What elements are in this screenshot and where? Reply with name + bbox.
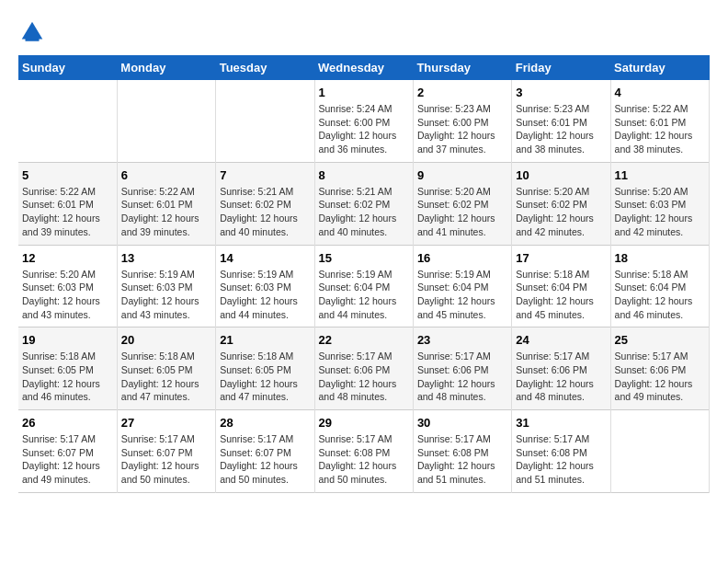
day-number: 25 xyxy=(615,333,705,347)
svg-marker-0 xyxy=(22,22,43,40)
day-number: 17 xyxy=(516,251,606,265)
calendar-cell: 7Sunrise: 5:21 AMSunset: 6:02 PMDaylight… xyxy=(216,162,314,245)
calendar-cell xyxy=(216,80,314,162)
day-number: 13 xyxy=(121,251,211,265)
day-info: Sunrise: 5:17 AMSunset: 6:06 PMDaylight:… xyxy=(417,350,507,404)
calendar-cell: 27Sunrise: 5:17 AMSunset: 6:07 PMDayligh… xyxy=(117,410,215,493)
header-tuesday: Tuesday xyxy=(216,55,314,80)
day-number: 7 xyxy=(220,168,310,182)
day-info: Sunrise: 5:17 AMSunset: 6:08 PMDaylight:… xyxy=(516,432,606,487)
calendar-cell: 31Sunrise: 5:17 AMSunset: 6:08 PMDayligh… xyxy=(512,410,610,493)
day-number: 26 xyxy=(22,416,113,430)
header-monday: Monday xyxy=(117,55,215,80)
logo-icon xyxy=(18,18,46,46)
day-info: Sunrise: 5:18 AMSunset: 6:04 PMDaylight:… xyxy=(516,268,606,322)
day-info: Sunrise: 5:20 AMSunset: 6:02 PMDaylight:… xyxy=(417,185,507,239)
day-number: 29 xyxy=(319,416,409,430)
day-info: Sunrise: 5:18 AMSunset: 6:05 PMDaylight:… xyxy=(22,350,113,404)
day-info: Sunrise: 5:22 AMSunset: 6:01 PMDaylight:… xyxy=(615,102,705,156)
day-number: 24 xyxy=(516,333,606,347)
calendar-cell: 18Sunrise: 5:18 AMSunset: 6:04 PMDayligh… xyxy=(610,245,709,327)
calendar-cell: 4Sunrise: 5:22 AMSunset: 6:01 PMDaylight… xyxy=(610,80,709,162)
calendar-table: SundayMondayTuesdayWednesdayThursdayFrid… xyxy=(18,55,710,493)
day-number: 31 xyxy=(516,416,606,430)
day-info: Sunrise: 5:17 AMSunset: 6:07 PMDaylight:… xyxy=(220,432,310,487)
calendar-cell: 2Sunrise: 5:23 AMSunset: 6:00 PMDaylight… xyxy=(413,80,511,162)
calendar-cell: 9Sunrise: 5:20 AMSunset: 6:02 PMDaylight… xyxy=(413,162,511,245)
header-wednesday: Wednesday xyxy=(314,55,413,80)
header-saturday: Saturday xyxy=(610,55,709,80)
day-info: Sunrise: 5:22 AMSunset: 6:01 PMDaylight:… xyxy=(121,185,211,239)
week-row-3: 12Sunrise: 5:20 AMSunset: 6:03 PMDayligh… xyxy=(18,245,710,327)
day-info: Sunrise: 5:20 AMSunset: 6:02 PMDaylight:… xyxy=(516,185,606,239)
day-number: 19 xyxy=(22,333,113,347)
day-number: 12 xyxy=(22,251,113,265)
day-number: 28 xyxy=(220,416,310,430)
day-info: Sunrise: 5:23 AMSunset: 6:00 PMDaylight:… xyxy=(417,102,507,156)
calendar-cell: 1Sunrise: 5:24 AMSunset: 6:00 PMDaylight… xyxy=(314,80,413,162)
header-area xyxy=(18,18,710,46)
day-number: 5 xyxy=(22,168,113,182)
day-info: Sunrise: 5:22 AMSunset: 6:01 PMDaylight:… xyxy=(22,185,113,239)
calendar-cell: 24Sunrise: 5:17 AMSunset: 6:06 PMDayligh… xyxy=(512,327,610,410)
calendar-cell: 5Sunrise: 5:22 AMSunset: 6:01 PMDaylight… xyxy=(18,162,117,245)
week-row-1: 1Sunrise: 5:24 AMSunset: 6:00 PMDaylight… xyxy=(18,80,710,162)
calendar-cell: 19Sunrise: 5:18 AMSunset: 6:05 PMDayligh… xyxy=(18,327,117,410)
week-row-2: 5Sunrise: 5:22 AMSunset: 6:01 PMDaylight… xyxy=(18,162,710,245)
calendar-cell: 16Sunrise: 5:19 AMSunset: 6:04 PMDayligh… xyxy=(413,245,511,327)
day-number: 30 xyxy=(417,416,507,430)
day-info: Sunrise: 5:20 AMSunset: 6:03 PMDaylight:… xyxy=(615,185,705,239)
calendar-cell: 6Sunrise: 5:22 AMSunset: 6:01 PMDaylight… xyxy=(117,162,215,245)
header-thursday: Thursday xyxy=(413,55,511,80)
day-number: 2 xyxy=(417,86,507,99)
day-info: Sunrise: 5:19 AMSunset: 6:04 PMDaylight:… xyxy=(319,268,409,322)
day-info: Sunrise: 5:21 AMSunset: 6:02 PMDaylight:… xyxy=(220,185,310,239)
calendar-cell: 8Sunrise: 5:21 AMSunset: 6:02 PMDaylight… xyxy=(314,162,413,245)
calendar-cell: 21Sunrise: 5:18 AMSunset: 6:05 PMDayligh… xyxy=(216,327,314,410)
calendar-cell: 26Sunrise: 5:17 AMSunset: 6:07 PMDayligh… xyxy=(18,410,117,493)
calendar-cell: 20Sunrise: 5:18 AMSunset: 6:05 PMDayligh… xyxy=(117,327,215,410)
day-info: Sunrise: 5:17 AMSunset: 6:08 PMDaylight:… xyxy=(319,432,409,487)
svg-rect-1 xyxy=(26,38,40,41)
day-info: Sunrise: 5:19 AMSunset: 6:03 PMDaylight:… xyxy=(121,268,211,322)
day-info: Sunrise: 5:17 AMSunset: 6:06 PMDaylight:… xyxy=(319,350,409,404)
day-info: Sunrise: 5:18 AMSunset: 6:05 PMDaylight:… xyxy=(220,350,310,404)
week-row-5: 26Sunrise: 5:17 AMSunset: 6:07 PMDayligh… xyxy=(18,410,710,493)
day-number: 16 xyxy=(417,251,507,265)
day-number: 18 xyxy=(615,251,705,265)
calendar-cell xyxy=(18,80,117,162)
day-number: 10 xyxy=(516,168,606,182)
day-number: 14 xyxy=(220,251,310,265)
day-info: Sunrise: 5:18 AMSunset: 6:04 PMDaylight:… xyxy=(615,268,705,322)
calendar-cell xyxy=(117,80,215,162)
day-number: 1 xyxy=(319,86,409,99)
header-friday: Friday xyxy=(512,55,610,80)
calendar-header-row: SundayMondayTuesdayWednesdayThursdayFrid… xyxy=(18,55,710,80)
calendar-cell: 3Sunrise: 5:23 AMSunset: 6:01 PMDaylight… xyxy=(512,80,610,162)
week-row-4: 19Sunrise: 5:18 AMSunset: 6:05 PMDayligh… xyxy=(18,327,710,410)
day-number: 9 xyxy=(417,168,507,182)
day-number: 23 xyxy=(417,333,507,347)
calendar-cell: 14Sunrise: 5:19 AMSunset: 6:03 PMDayligh… xyxy=(216,245,314,327)
day-info: Sunrise: 5:20 AMSunset: 6:03 PMDaylight:… xyxy=(22,268,113,322)
calendar-cell: 30Sunrise: 5:17 AMSunset: 6:08 PMDayligh… xyxy=(413,410,511,493)
calendar-cell: 13Sunrise: 5:19 AMSunset: 6:03 PMDayligh… xyxy=(117,245,215,327)
calendar-cell: 22Sunrise: 5:17 AMSunset: 6:06 PMDayligh… xyxy=(314,327,413,410)
day-number: 4 xyxy=(615,86,705,99)
calendar-cell: 10Sunrise: 5:20 AMSunset: 6:02 PMDayligh… xyxy=(512,162,610,245)
day-info: Sunrise: 5:19 AMSunset: 6:04 PMDaylight:… xyxy=(417,268,507,322)
day-number: 20 xyxy=(121,333,211,347)
logo xyxy=(18,18,50,46)
calendar-cell: 12Sunrise: 5:20 AMSunset: 6:03 PMDayligh… xyxy=(18,245,117,327)
day-info: Sunrise: 5:19 AMSunset: 6:03 PMDaylight:… xyxy=(220,268,310,322)
day-info: Sunrise: 5:17 AMSunset: 6:07 PMDaylight:… xyxy=(121,432,211,487)
day-info: Sunrise: 5:18 AMSunset: 6:05 PMDaylight:… xyxy=(121,350,211,404)
calendar-cell: 17Sunrise: 5:18 AMSunset: 6:04 PMDayligh… xyxy=(512,245,610,327)
day-number: 15 xyxy=(319,251,409,265)
day-number: 8 xyxy=(319,168,409,182)
header-sunday: Sunday xyxy=(18,55,117,80)
calendar-cell: 15Sunrise: 5:19 AMSunset: 6:04 PMDayligh… xyxy=(314,245,413,327)
day-number: 6 xyxy=(121,168,211,182)
day-info: Sunrise: 5:17 AMSunset: 6:06 PMDaylight:… xyxy=(516,350,606,404)
day-info: Sunrise: 5:17 AMSunset: 6:06 PMDaylight:… xyxy=(615,350,705,404)
